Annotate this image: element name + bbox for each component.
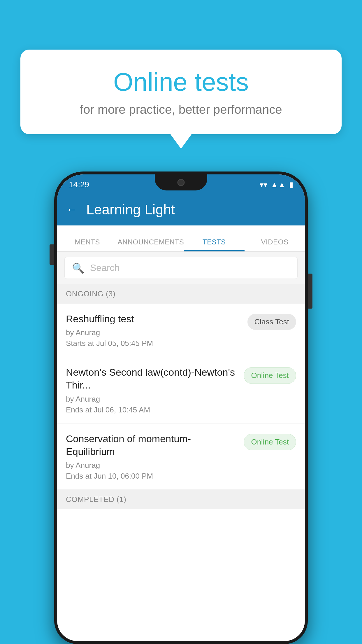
bubble-title: Online tests <box>35 67 327 97</box>
back-button[interactable]: ← <box>66 203 78 216</box>
phone-camera <box>178 179 185 186</box>
status-icons: ▾▾ ▲▲ ▮ <box>260 180 293 189</box>
battery-icon: ▮ <box>289 180 293 189</box>
signal-icon: ▲▲ <box>271 180 286 189</box>
power-button <box>308 274 312 309</box>
bubble-subtitle: for more practice, better performance <box>35 103 327 117</box>
speech-bubble: Online tests for more practice, better p… <box>20 50 342 134</box>
list-item[interactable]: Newton's Second law(contd)-Newton's Thir… <box>57 357 305 423</box>
tab-videos[interactable]: VIDEOS <box>245 238 305 251</box>
test-info-3: Conservation of momentum-Equilibrium by … <box>66 432 238 481</box>
tabs-container: MENTS ANNOUNCEMENTS TESTS VIDEOS <box>57 225 305 252</box>
completed-title: COMPLETED (1) <box>66 495 126 504</box>
online-test-badge-2: Online Test <box>244 434 296 450</box>
test-time-2: Ends at Jul 06, 10:45 AM <box>66 405 238 414</box>
test-name-3: Conservation of momentum-Equilibrium <box>66 432 238 458</box>
ongoing-section-header: ONGOING (3) <box>57 284 305 304</box>
test-author-2: by Anurag <box>66 395 238 404</box>
list-item[interactable]: Reshuffling test by Anurag Starts at Jul… <box>57 304 305 357</box>
test-author-3: by Anurag <box>66 461 238 470</box>
phone-mockup: 14:29 ▾▾ ▲▲ ▮ ← Learning Light MENTS ANN… <box>54 172 308 644</box>
test-name-1: Reshuffling test <box>66 312 242 325</box>
test-info-1: Reshuffling test by Anurag Starts at Jul… <box>66 312 242 348</box>
phone-notch <box>155 174 207 190</box>
test-info-2: Newton's Second law(contd)-Newton's Thir… <box>66 366 238 414</box>
test-time-3: Ends at Jun 10, 06:00 PM <box>66 472 238 481</box>
wifi-icon: ▾▾ <box>260 180 267 189</box>
tab-announcements[interactable]: ANNOUNCEMENTS <box>117 238 184 251</box>
test-time-1: Starts at Jul 05, 05:45 PM <box>66 339 242 348</box>
class-test-badge: Class Test <box>247 314 296 330</box>
tab-tests[interactable]: TESTS <box>184 238 244 251</box>
online-test-badge-1: Online Test <box>244 367 296 384</box>
test-author-1: by Anurag <box>66 328 242 337</box>
completed-section-header: COMPLETED (1) <box>57 490 305 509</box>
search-placeholder: Search <box>90 262 120 273</box>
search-icon: 🔍 <box>72 262 84 274</box>
tests-list: Reshuffling test by Anurag Starts at Jul… <box>57 304 305 490</box>
ongoing-title: ONGOING (3) <box>66 289 115 298</box>
status-time: 14:29 <box>69 180 89 189</box>
search-bar[interactable]: 🔍 Search <box>64 257 298 279</box>
app-bar: ← Learning Light <box>57 193 305 225</box>
tab-ments[interactable]: MENTS <box>57 238 117 251</box>
list-item[interactable]: Conservation of momentum-Equilibrium by … <box>57 424 305 490</box>
app-title: Learning Light <box>86 202 175 218</box>
search-container: 🔍 Search <box>57 252 305 284</box>
test-name-2: Newton's Second law(contd)-Newton's Thir… <box>66 366 238 391</box>
volume-button <box>50 244 54 265</box>
